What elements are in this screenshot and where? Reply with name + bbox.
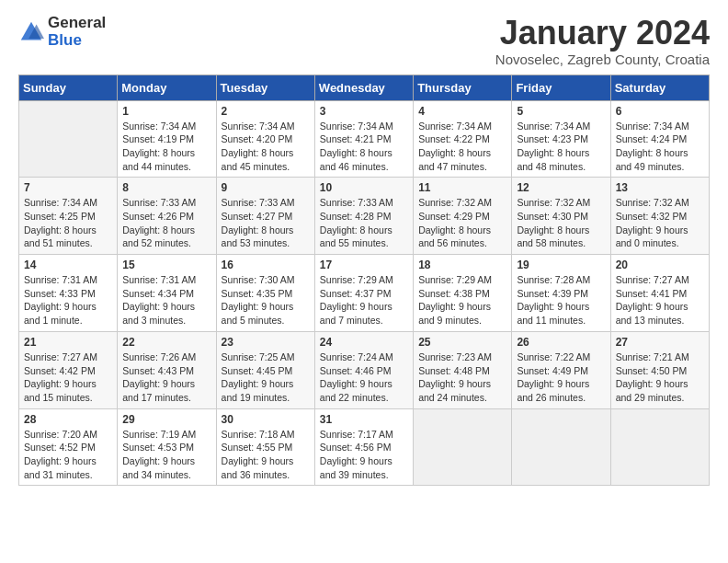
cell-info: Sunrise: 7:26 AMSunset: 4:43 PMDaylight:… <box>122 350 210 405</box>
cell-info: Sunrise: 7:34 AMSunset: 4:21 PMDaylight:… <box>320 120 408 174</box>
calendar-cell: 8Sunrise: 7:33 AMSunset: 4:26 PMDaylight… <box>118 178 216 255</box>
calendar-table: SundayMondayTuesdayWednesdayThursdayFrid… <box>18 75 710 487</box>
cell-info: Sunrise: 7:34 AMSunset: 4:20 PMDaylight:… <box>222 120 310 174</box>
calendar-cell: 5Sunrise: 7:34 AMSunset: 4:23 PMDaylight… <box>512 100 610 178</box>
day-number: 17 <box>320 259 408 271</box>
day-number: 18 <box>418 259 506 271</box>
calendar-cell: 13Sunrise: 7:32 AMSunset: 4:32 PMDayligh… <box>610 178 709 255</box>
day-number: 7 <box>24 181 112 194</box>
header: General Blue January 2024 Novoselec, Zag… <box>18 15 710 67</box>
calendar-cell: 3Sunrise: 7:34 AMSunset: 4:21 PMDaylight… <box>314 100 413 178</box>
calendar-cell <box>512 408 610 486</box>
day-number: 2 <box>222 105 310 118</box>
day-number: 11 <box>418 181 506 194</box>
logo-general: General <box>48 14 106 31</box>
cell-info: Sunrise: 7:34 AMSunset: 4:22 PMDaylight:… <box>418 120 506 174</box>
day-number: 21 <box>24 336 112 349</box>
day-number: 12 <box>517 181 605 194</box>
day-number: 15 <box>122 259 210 271</box>
cell-info: Sunrise: 7:28 AMSunset: 4:39 PMDaylight:… <box>517 273 605 327</box>
day-number: 13 <box>616 181 704 194</box>
cell-info: Sunrise: 7:34 AMSunset: 4:25 PMDaylight:… <box>24 196 112 250</box>
logo-icon <box>18 19 44 45</box>
week-row-4: 21Sunrise: 7:27 AMSunset: 4:42 PMDayligh… <box>19 331 710 408</box>
calendar-cell: 9Sunrise: 7:33 AMSunset: 4:27 PMDaylight… <box>216 178 314 255</box>
weekday-header-sunday: Sunday <box>19 75 118 100</box>
day-number: 23 <box>222 336 310 349</box>
calendar-cell: 14Sunrise: 7:31 AMSunset: 4:33 PMDayligh… <box>19 255 118 332</box>
cell-info: Sunrise: 7:20 AMSunset: 4:52 PMDaylight:… <box>24 428 112 482</box>
calendar-cell: 29Sunrise: 7:19 AMSunset: 4:53 PMDayligh… <box>118 408 216 486</box>
day-number: 30 <box>222 413 310 426</box>
calendar-cell: 2Sunrise: 7:34 AMSunset: 4:20 PMDaylight… <box>216 100 314 178</box>
day-number: 28 <box>24 413 112 426</box>
calendar-cell: 6Sunrise: 7:34 AMSunset: 4:24 PMDaylight… <box>610 100 709 178</box>
cell-info: Sunrise: 7:19 AMSunset: 4:53 PMDaylight:… <box>122 428 210 482</box>
calendar-cell: 7Sunrise: 7:34 AMSunset: 4:25 PMDaylight… <box>19 178 118 255</box>
calendar-cell: 25Sunrise: 7:23 AMSunset: 4:48 PMDayligh… <box>414 331 512 408</box>
calendar-cell <box>414 408 512 486</box>
cell-info: Sunrise: 7:33 AMSunset: 4:27 PMDaylight:… <box>222 196 310 250</box>
day-number: 20 <box>616 259 704 271</box>
cell-info: Sunrise: 7:29 AMSunset: 4:38 PMDaylight:… <box>418 273 506 327</box>
weekday-header-thursday: Thursday <box>414 75 512 100</box>
weekday-header-friday: Friday <box>512 75 610 100</box>
cell-info: Sunrise: 7:32 AMSunset: 4:32 PMDaylight:… <box>616 196 704 250</box>
calendar-cell <box>610 408 709 486</box>
calendar-cell: 10Sunrise: 7:33 AMSunset: 4:28 PMDayligh… <box>314 178 413 255</box>
calendar-cell: 19Sunrise: 7:28 AMSunset: 4:39 PMDayligh… <box>512 255 610 332</box>
day-number: 22 <box>122 336 210 349</box>
cell-info: Sunrise: 7:21 AMSunset: 4:50 PMDaylight:… <box>616 350 704 405</box>
cell-info: Sunrise: 7:22 AMSunset: 4:49 PMDaylight:… <box>517 350 605 405</box>
day-number: 9 <box>222 181 310 194</box>
day-number: 25 <box>418 336 506 349</box>
day-number: 3 <box>320 105 408 118</box>
calendar-cell: 1Sunrise: 7:34 AMSunset: 4:19 PMDaylight… <box>118 100 216 178</box>
day-number: 24 <box>320 336 408 349</box>
calendar-cell: 12Sunrise: 7:32 AMSunset: 4:30 PMDayligh… <box>512 178 610 255</box>
calendar-cell: 11Sunrise: 7:32 AMSunset: 4:29 PMDayligh… <box>414 178 512 255</box>
weekday-header-wednesday: Wednesday <box>314 75 413 100</box>
week-row-3: 14Sunrise: 7:31 AMSunset: 4:33 PMDayligh… <box>19 255 710 332</box>
calendar-cell: 20Sunrise: 7:27 AMSunset: 4:41 PMDayligh… <box>610 255 709 332</box>
title-area: January 2024 Novoselec, Zagreb County, C… <box>495 15 710 67</box>
calendar-cell: 31Sunrise: 7:17 AMSunset: 4:56 PMDayligh… <box>314 408 413 486</box>
cell-info: Sunrise: 7:23 AMSunset: 4:48 PMDaylight:… <box>418 350 506 405</box>
logo-text: General Blue <box>48 15 106 49</box>
calendar-cell: 22Sunrise: 7:26 AMSunset: 4:43 PMDayligh… <box>118 331 216 408</box>
day-number: 29 <box>122 413 210 426</box>
calendar-cell: 17Sunrise: 7:29 AMSunset: 4:37 PMDayligh… <box>314 255 413 332</box>
day-number: 27 <box>616 336 704 349</box>
calendar-cell: 24Sunrise: 7:24 AMSunset: 4:46 PMDayligh… <box>314 331 413 408</box>
weekday-header-row: SundayMondayTuesdayWednesdayThursdayFrid… <box>19 75 710 100</box>
cell-info: Sunrise: 7:33 AMSunset: 4:26 PMDaylight:… <box>122 196 210 250</box>
cell-info: Sunrise: 7:31 AMSunset: 4:34 PMDaylight:… <box>122 273 210 327</box>
cell-info: Sunrise: 7:24 AMSunset: 4:46 PMDaylight:… <box>320 350 408 405</box>
cell-info: Sunrise: 7:17 AMSunset: 4:56 PMDaylight:… <box>320 428 408 482</box>
calendar-cell: 30Sunrise: 7:18 AMSunset: 4:55 PMDayligh… <box>216 408 314 486</box>
cell-info: Sunrise: 7:31 AMSunset: 4:33 PMDaylight:… <box>24 273 112 327</box>
day-number: 19 <box>517 259 605 271</box>
cell-info: Sunrise: 7:34 AMSunset: 4:19 PMDaylight:… <box>122 120 210 174</box>
week-row-1: 1Sunrise: 7:34 AMSunset: 4:19 PMDaylight… <box>19 100 710 178</box>
day-number: 16 <box>222 259 310 271</box>
calendar-cell: 27Sunrise: 7:21 AMSunset: 4:50 PMDayligh… <box>610 331 709 408</box>
day-number: 1 <box>122 105 210 118</box>
day-number: 8 <box>122 181 210 194</box>
day-number: 6 <box>616 105 704 118</box>
cell-info: Sunrise: 7:34 AMSunset: 4:24 PMDaylight:… <box>616 120 704 174</box>
cell-info: Sunrise: 7:32 AMSunset: 4:30 PMDaylight:… <box>517 196 605 250</box>
week-row-2: 7Sunrise: 7:34 AMSunset: 4:25 PMDaylight… <box>19 178 710 255</box>
day-number: 26 <box>517 336 605 349</box>
calendar-cell: 15Sunrise: 7:31 AMSunset: 4:34 PMDayligh… <box>118 255 216 332</box>
cell-info: Sunrise: 7:32 AMSunset: 4:29 PMDaylight:… <box>418 196 506 250</box>
calendar-cell: 28Sunrise: 7:20 AMSunset: 4:52 PMDayligh… <box>19 408 118 486</box>
calendar-cell: 16Sunrise: 7:30 AMSunset: 4:35 PMDayligh… <box>216 255 314 332</box>
cell-info: Sunrise: 7:30 AMSunset: 4:35 PMDaylight:… <box>222 273 310 327</box>
calendar-cell: 18Sunrise: 7:29 AMSunset: 4:38 PMDayligh… <box>414 255 512 332</box>
weekday-header-tuesday: Tuesday <box>216 75 314 100</box>
week-row-5: 28Sunrise: 7:20 AMSunset: 4:52 PMDayligh… <box>19 408 710 486</box>
day-number: 4 <box>418 105 506 118</box>
logo-blue: Blue <box>48 31 82 49</box>
day-number: 10 <box>320 181 408 194</box>
